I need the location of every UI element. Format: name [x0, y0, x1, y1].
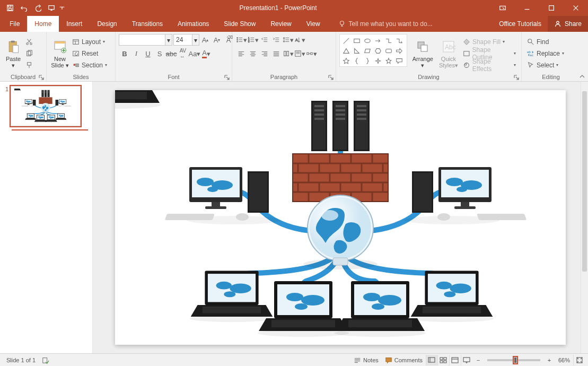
shape-rbrace-icon[interactable] [362, 56, 373, 66]
minimize-button[interactable] [515, 0, 539, 16]
underline-button[interactable]: U [142, 48, 154, 59]
align-text-button[interactable]: ▾ [294, 48, 305, 59]
tab-insert[interactable]: Insert [59, 16, 90, 32]
start-slideshow-button[interactable] [45, 0, 58, 16]
maximize-button[interactable] [539, 0, 564, 16]
zoom-percentage[interactable]: 66% [555, 357, 573, 363]
zoom-out-button[interactable]: − [472, 355, 484, 365]
shadow-button[interactable]: S [154, 48, 165, 59]
slideshow-view-button[interactable] [461, 355, 472, 365]
share-button[interactable]: Share [548, 16, 588, 32]
cut-button[interactable] [23, 36, 35, 48]
close-button[interactable] [564, 0, 588, 16]
shape-rtriangle-icon[interactable] [352, 46, 362, 56]
shape-4star-icon[interactable] [373, 56, 383, 66]
comments-button[interactable]: Comments [382, 356, 426, 364]
vertical-scrollbar[interactable] [581, 82, 588, 353]
shape-oval-icon[interactable] [362, 36, 373, 46]
italic-button[interactable]: I [130, 48, 142, 59]
shapes-gallery[interactable] [339, 34, 407, 67]
ribbon-display-options-button[interactable] [490, 0, 515, 16]
slide-thumbnail-1[interactable] [11, 86, 81, 126]
launcher-icon[interactable] [514, 75, 519, 80]
shape-roundrect-icon[interactable] [383, 46, 394, 56]
text-direction-button[interactable]: A▾ [294, 34, 305, 46]
align-left-button[interactable] [235, 48, 247, 59]
tab-design[interactable]: Design [90, 16, 124, 32]
tab-home[interactable]: Home [27, 16, 59, 32]
qat-customize-icon[interactable] [58, 0, 66, 16]
shape-arrow-icon[interactable] [373, 36, 383, 46]
slide-canvas[interactable] [115, 90, 566, 345]
save-button[interactable] [3, 0, 17, 16]
font-size-dropdown-icon[interactable]: ▾ [192, 34, 199, 46]
tab-view[interactable]: View [299, 16, 328, 32]
increase-indent-button[interactable] [270, 34, 282, 46]
tab-file[interactable]: File [2, 16, 27, 32]
numbering-button[interactable]: 123▾ [247, 34, 259, 46]
normal-view-button[interactable] [426, 355, 437, 365]
launcher-icon[interactable] [224, 75, 230, 80]
slide-sorter-view-button[interactable] [437, 355, 449, 365]
account-name[interactable]: Office Tutorials [493, 16, 548, 32]
slide-counter[interactable]: Slide 1 of 1 [3, 357, 39, 363]
bullets-button[interactable]: ▾ [235, 34, 247, 46]
redo-button[interactable] [31, 0, 45, 16]
quick-styles-button[interactable]: Abc QuickStyles▾ [438, 34, 459, 73]
font-name-dropdown-icon[interactable]: ▾ [165, 34, 172, 46]
arrange-button[interactable]: Arrange▾ [409, 34, 436, 73]
replace-button[interactable]: abacReplace ▾ [525, 48, 566, 59]
paste-button[interactable]: Paste▾ [3, 34, 23, 73]
shape-line-icon[interactable] [341, 36, 352, 46]
columns-button[interactable]: ▾ [282, 48, 294, 59]
new-slide-button[interactable]: NewSlide ▾ [50, 34, 70, 73]
decrease-font-button[interactable]: A▾ [211, 34, 223, 46]
collapse-ribbon-icon[interactable] [578, 73, 586, 80]
shape-rect-icon[interactable] [352, 36, 362, 46]
shape-paral-icon[interactable] [362, 46, 373, 56]
shape-hex-icon[interactable] [373, 46, 383, 56]
tell-me-search[interactable]: Tell me what you want to do... [328, 16, 433, 32]
zoom-slider-thumb[interactable] [514, 357, 517, 363]
reading-view-button[interactable] [449, 355, 461, 365]
copy-button[interactable] [23, 48, 35, 59]
section-button[interactable]: Section▾ [70, 59, 109, 71]
strikethrough-button[interactable]: abc [165, 48, 177, 59]
spell-check-icon[interactable] [39, 356, 52, 364]
tab-transitions[interactable]: Transitions [125, 16, 170, 32]
zoom-slider[interactable] [487, 359, 540, 361]
align-right-button[interactable] [259, 48, 270, 59]
slide-editor[interactable] [93, 82, 588, 353]
align-center-button[interactable] [247, 48, 259, 59]
decrease-indent-button[interactable] [259, 34, 270, 46]
find-button[interactable]: Find [525, 36, 566, 48]
tab-slide-show[interactable]: Slide Show [216, 16, 263, 32]
shape-arrowr-icon[interactable] [394, 46, 405, 56]
bold-button[interactable]: B [119, 48, 130, 59]
tab-animations[interactable]: Animations [170, 16, 216, 32]
line-spacing-button[interactable]: ▾ [282, 34, 294, 46]
scrollbar-thumb[interactable] [582, 91, 587, 272]
shape-lbrace-icon[interactable] [352, 56, 362, 66]
select-button[interactable]: Select ▾ [525, 59, 566, 71]
smartart-button[interactable]: ▾ [305, 48, 317, 59]
shape-effects-button[interactable]: Shape Effects▾ [461, 59, 518, 71]
layout-button[interactable]: Layout▾ [70, 36, 109, 48]
font-color-button[interactable]: A▾ [200, 48, 212, 59]
shape-triangle-icon[interactable] [341, 46, 352, 56]
shape-conn2-icon[interactable] [394, 36, 405, 46]
justify-button[interactable] [270, 48, 282, 59]
undo-button[interactable] [17, 0, 31, 16]
increase-font-button[interactable]: A▴ [199, 34, 211, 46]
tab-review[interactable]: Review [263, 16, 299, 32]
notes-button[interactable]: Notes [350, 356, 382, 364]
launcher-icon[interactable] [328, 75, 334, 80]
shape-star-icon[interactable] [341, 56, 352, 66]
zoom-in-button[interactable]: + [543, 355, 555, 365]
shape-5star-icon[interactable] [383, 56, 394, 66]
shape-conn-icon[interactable] [383, 36, 394, 46]
change-case-button[interactable]: Aa▾ [189, 48, 200, 59]
launcher-icon[interactable] [39, 75, 44, 80]
fit-to-window-button[interactable] [573, 355, 585, 365]
char-spacing-button[interactable]: AV↔ [177, 48, 189, 59]
